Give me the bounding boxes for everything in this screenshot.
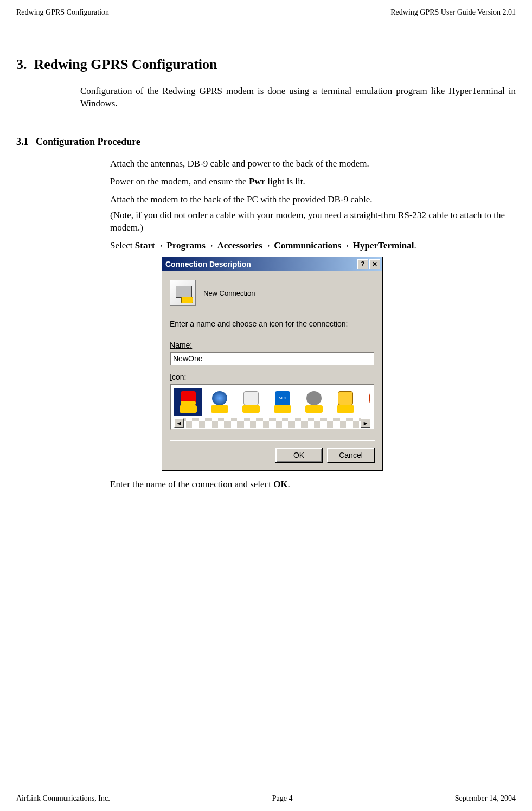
- dialog-instruction: Enter a name and choose an icon for the …: [170, 319, 375, 329]
- footer-left: AirLink Communications, Inc.: [16, 794, 110, 803]
- cancel-button[interactable]: Cancel: [327, 448, 375, 463]
- section-title: Configuration Procedure: [36, 136, 140, 147]
- step-2-pre: Power on the modem, and ensure the: [110, 176, 249, 187]
- icon-option-ge[interactable]: [300, 388, 328, 416]
- titlebar-buttons: ? ✕: [357, 259, 380, 269]
- intro-paragraph: Configuration of the Redwing GPRS modem …: [80, 85, 516, 110]
- arrow-icon: →: [262, 240, 274, 251]
- chapter-number: 3.: [16, 56, 27, 72]
- step-5: Enter the name of the connection and sel…: [100, 478, 516, 491]
- new-connection-label: New Connection: [203, 289, 255, 298]
- footer-center: Page 4: [272, 794, 293, 803]
- scroll-right-button[interactable]: ►: [361, 418, 370, 428]
- icon-option-red-phone[interactable]: [174, 388, 202, 416]
- arrow-icon: →: [206, 240, 217, 251]
- step-4-b5: HyperTerminal: [353, 240, 414, 251]
- name-input[interactable]: [170, 352, 375, 366]
- step-4-b4: Communications: [274, 240, 341, 251]
- icon-option-partial[interactable]: [363, 388, 370, 416]
- step-4: Select Start→ Programs→ Accessories→ Com…: [100, 240, 516, 471]
- dialog-separator: [170, 440, 375, 441]
- step-3: Attach the modem to the back of the PC w…: [100, 194, 516, 234]
- scroll-track[interactable]: [184, 418, 361, 428]
- section-heading: 3.1 Configuration Procedure: [16, 136, 516, 149]
- chapter-heading: 3. Redwing GPRS Configuration: [16, 56, 516, 75]
- step-5-bold: OK: [273, 479, 287, 489]
- header-left: Redwing GPRS Configuration: [16, 8, 109, 17]
- icon-option-globe[interactable]: [206, 388, 234, 416]
- close-button[interactable]: ✕: [369, 259, 380, 269]
- ok-button[interactable]: OK: [275, 448, 323, 463]
- step-2-post: light is lit.: [265, 176, 305, 187]
- step-2: Power on the modem, and ensure the Pwr l…: [100, 176, 516, 188]
- help-button[interactable]: ?: [357, 259, 368, 269]
- section-number: 3.1: [16, 136, 29, 147]
- icon-option-newspaper[interactable]: [237, 388, 265, 416]
- header-right: Redwing GPRS User Guide Version 2.01: [390, 8, 516, 17]
- step-4-b1: Start: [135, 240, 155, 251]
- icon-row: MCI: [174, 388, 370, 416]
- step-3-note: (Note, if you did not order a cable with…: [110, 209, 516, 234]
- connection-icon: [170, 280, 196, 306]
- step-3-text: Attach the modem to the back of the PC w…: [110, 194, 372, 205]
- icon-field-label: Icon:: [170, 372, 375, 382]
- footer-right: September 14, 2004: [455, 794, 516, 803]
- page-footer: AirLink Communications, Inc. Page 4 Sept…: [16, 793, 516, 803]
- page-header: Redwing GPRS Configuration Redwing GPRS …: [16, 8, 516, 18]
- scroll-left-button[interactable]: ◄: [174, 418, 184, 428]
- dialog-footer: OK Cancel: [170, 448, 375, 463]
- connection-description-dialog: Connection Description ? ✕ New Connectio…: [162, 257, 383, 471]
- steps-list: Attach the antennas, DB-9 cable and powe…: [100, 158, 516, 491]
- icon-option-clipboard[interactable]: [331, 388, 360, 416]
- step-1-text: Attach the antennas, DB-9 cable and powe…: [110, 158, 369, 169]
- step-4-period: .: [414, 240, 416, 251]
- arrow-icon: →: [155, 240, 167, 251]
- dialog-screenshot: Connection Description ? ✕ New Connectio…: [162, 257, 516, 471]
- step-4-pre: Select: [110, 240, 135, 251]
- step-5-post: .: [288, 479, 290, 489]
- new-connection-row: New Connection: [170, 280, 375, 306]
- name-field-label: Name:: [170, 340, 375, 350]
- dialog-body: New Connection Enter a name and choose a…: [162, 271, 382, 470]
- icon-option-mci[interactable]: MCI: [268, 388, 297, 416]
- horizontal-scrollbar: ◄ ►: [174, 418, 370, 428]
- step-4-b3: Accessories: [217, 240, 262, 251]
- icon-selector: MCI: [170, 384, 375, 430]
- chapter-title: Redwing GPRS Configuration: [34, 56, 217, 72]
- step-2-bold: Pwr: [249, 176, 265, 187]
- arrow-icon: →: [341, 240, 353, 251]
- dialog-titlebar: Connection Description ? ✕: [162, 257, 382, 272]
- step-1: Attach the antennas, DB-9 cable and powe…: [100, 158, 516, 170]
- step-5-pre: Enter the name of the connection and sel…: [110, 479, 273, 489]
- dialog-title: Connection Description: [165, 259, 251, 270]
- step-4-b2: Programs: [166, 240, 205, 251]
